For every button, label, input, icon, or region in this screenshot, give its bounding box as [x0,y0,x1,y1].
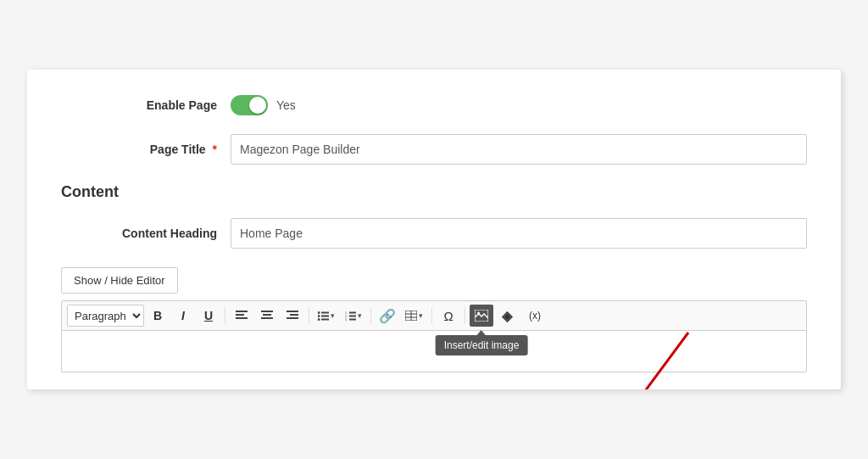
paragraph-select[interactable]: Paragraph Heading 1 Heading 2 Heading 3 [67,305,144,327]
variable-icon: (x) [529,310,541,322]
toggle-track [231,95,268,115]
sep3 [370,307,371,324]
svg-rect-0 [236,311,248,312]
link-button[interactable]: 🔗 [376,305,399,327]
image-tooltip-container: Insert/edit image [470,305,493,327]
svg-rect-8 [287,311,298,312]
sep2 [309,307,309,324]
align-center-icon [261,311,273,321]
svg-rect-1 [236,314,244,316]
ordered-list-icon: 1. 2. 3. [345,311,356,321]
align-center-button[interactable] [255,305,279,327]
variable-button[interactable]: (x) [520,305,549,327]
unordered-list-button[interactable]: ▾ [314,305,339,327]
svg-rect-6 [261,317,273,319]
content-heading-label: Content Heading [61,227,231,240]
image-icon [475,310,488,322]
svg-rect-17 [321,318,329,320]
svg-rect-5 [263,314,271,316]
svg-rect-9 [290,314,298,316]
unordered-list-icon [318,311,329,321]
editor-toolbar: Paragraph Heading 1 Heading 2 Heading 3 … [61,300,807,330]
enable-page-label: Enable Page [61,98,231,112]
show-hide-editor-button[interactable]: Show / Hide Editor [61,267,178,294]
align-right-button[interactable] [281,305,304,327]
align-left-button[interactable] [230,305,253,327]
align-left-icon [236,311,248,321]
sep4 [431,307,432,324]
chevron-down-icon: ▾ [358,311,362,320]
ordered-list-button[interactable]: 1. 2. 3. ▾ [341,305,366,327]
table-icon [405,311,417,321]
editor-body[interactable] [61,330,807,372]
enable-page-toggle[interactable] [231,95,268,115]
content-heading-row: Content Heading [61,218,807,249]
svg-point-12 [318,311,320,314]
page-title-label: Page Title * [61,143,231,156]
enable-page-row: Enable Page Yes [61,95,807,115]
omega-icon: Ω [443,309,453,323]
widget-button[interactable]: ◈ [495,305,519,327]
svg-rect-19 [349,311,356,313]
link-icon: 🔗 [379,308,396,324]
sep1 [225,307,225,324]
toggle-thumb [249,97,266,114]
svg-rect-2 [236,317,248,319]
svg-rect-13 [321,311,329,313]
align-right-icon [287,311,298,321]
widget-icon: ◈ [502,308,512,324]
required-star: * [209,143,217,156]
svg-text:3.: 3. [345,318,348,321]
svg-rect-10 [287,317,298,319]
svg-point-14 [318,315,320,317]
bold-button[interactable]: B [146,305,170,327]
show-hide-row: Show / Hide Editor [61,267,807,294]
svg-rect-4 [261,311,273,312]
chevron-down-icon: ▾ [419,311,423,320]
content-heading-input[interactable] [231,218,807,249]
svg-rect-15 [321,315,329,316]
italic-button[interactable]: I [171,305,195,327]
sep5 [465,307,465,324]
svg-point-16 [318,318,320,321]
chevron-down-icon: ▾ [331,311,335,320]
page-title-input[interactable] [231,134,807,165]
insert-image-button[interactable] [470,305,493,327]
svg-rect-21 [349,315,356,316]
underline-button[interactable]: U [197,305,220,327]
toggle-wrapper: Yes [231,95,296,115]
content-section-heading: Content [61,183,807,201]
page-title-row: Page Title * [61,134,807,165]
main-card: Enable Page Yes Page Title * Content Con… [27,70,841,389]
table-button[interactable]: ▾ [401,305,427,327]
svg-rect-23 [349,318,356,320]
special-char-button[interactable]: Ω [437,305,460,327]
toggle-yes-label: Yes [276,98,296,112]
